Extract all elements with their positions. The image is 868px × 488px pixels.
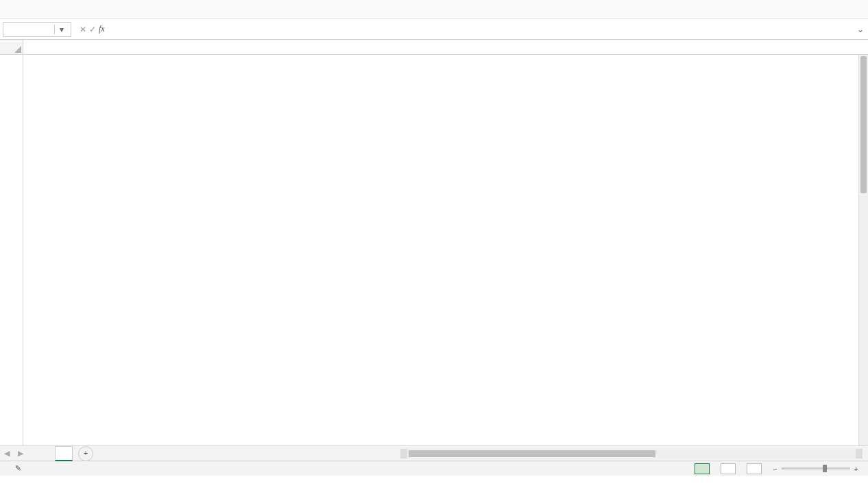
select-all-corner[interactable] (0, 40, 23, 55)
sheet-tab-active[interactable] (55, 446, 73, 461)
spreadsheet-grid (0, 40, 868, 446)
view-normal-button[interactable] (695, 463, 710, 474)
horizontal-scrollbar[interactable] (400, 449, 863, 459)
zoom-controls: − + (773, 465, 863, 473)
view-pagelayout-button[interactable] (721, 463, 736, 474)
cancel-formula-icon[interactable]: ✕ (80, 25, 86, 34)
name-box-dropdown[interactable]: ▾ (54, 25, 68, 34)
name-box[interactable]: ▾ (3, 22, 71, 37)
tab-nav-next[interactable]: ▶ (14, 449, 27, 458)
vertical-scrollbar[interactable] (858, 55, 868, 446)
zoom-slider[interactable] (782, 467, 850, 469)
zoom-out-button[interactable]: − (773, 465, 777, 473)
name-box-input[interactable] (3, 25, 54, 34)
sheet-tab-bar: ◀ ▶ + (0, 446, 868, 461)
formula-input[interactable] (110, 22, 857, 37)
accept-formula-icon[interactable]: ✓ (89, 25, 96, 34)
status-accessibility[interactable]: ✎ (15, 464, 21, 473)
view-pagebreak-button[interactable] (747, 463, 762, 474)
add-sheet-button[interactable]: + (78, 446, 93, 461)
insert-function-icon[interactable]: fx (99, 24, 105, 34)
expand-formula-bar-icon[interactable]: ⌄ (857, 25, 864, 34)
zoom-in-button[interactable]: + (854, 465, 858, 473)
ribbon-group-strip (0, 0, 868, 19)
formula-bar-row: ▾ ✕ ✓ fx ⌄ (0, 19, 868, 40)
tab-nav-prev[interactable]: ◀ (0, 449, 14, 458)
status-bar: ✎ − + (0, 461, 868, 476)
